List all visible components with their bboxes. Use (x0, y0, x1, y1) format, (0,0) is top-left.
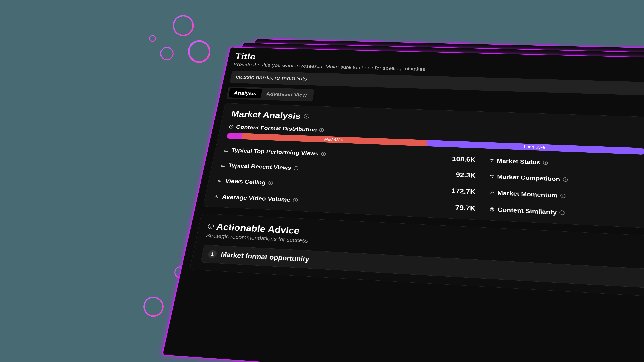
stats-grid: Typical Top Performing Views i 108.6K Ma… (214, 146, 644, 221)
view-tabs: Analysis Advanced View (226, 87, 314, 102)
content-format-label: Content Format Distribution (236, 124, 317, 133)
stat-market-momentum: Market Momentum i (489, 189, 644, 203)
tab-analysis[interactable]: Analysis (228, 88, 262, 98)
tab-advanced-view[interactable]: Advanced View (260, 89, 312, 100)
market-analysis-panel: Market Analysis i Content Format Distrib… (203, 103, 644, 229)
info-icon[interactable]: i (560, 194, 566, 198)
stat-market-status: Market Status i (489, 157, 644, 170)
info-icon[interactable]: i (304, 114, 310, 119)
advice-item-label: Market format opportunity (220, 251, 310, 264)
advice-item-1[interactable]: 1 Market format opportunity (200, 245, 644, 289)
stat-market-competition: Market Competition i (489, 173, 644, 186)
svg-point-4 (490, 175, 492, 176)
stat-views-ceiling: Views Ceiling i (217, 177, 411, 192)
info-icon[interactable]: i (543, 161, 548, 165)
info-icon[interactable]: i (294, 166, 298, 170)
network-icon (489, 158, 494, 163)
segment-long-label: Long 53% (524, 144, 545, 150)
bar-chart-icon (220, 163, 226, 167)
stat-views-ceiling-value: 172.7K (410, 185, 489, 196)
svg-point-3 (491, 161, 492, 162)
trend-up-icon (489, 190, 494, 195)
bar-chart-icon (217, 178, 223, 183)
advice-item-number: 1 (208, 250, 217, 258)
info-icon[interactable]: i (563, 177, 568, 182)
svg-point-5 (492, 175, 494, 176)
stat-recent-views: Typical Recent Views i (220, 162, 412, 176)
svg-point-1 (490, 159, 491, 160)
bar-chart-icon (214, 194, 220, 199)
stat-recent-views-value: 92.3K (411, 169, 489, 180)
actionable-advice-panel: i Actionable Advice Strategic recommenda… (189, 213, 644, 298)
clock-icon (228, 124, 234, 129)
info-icon[interactable]: i (268, 181, 273, 185)
segment-short (226, 133, 243, 139)
stat-top-views-value: 108.6K (412, 154, 489, 164)
users-icon (489, 174, 494, 179)
bar-chart-icon (224, 148, 230, 152)
info-icon[interactable]: i (208, 224, 214, 229)
